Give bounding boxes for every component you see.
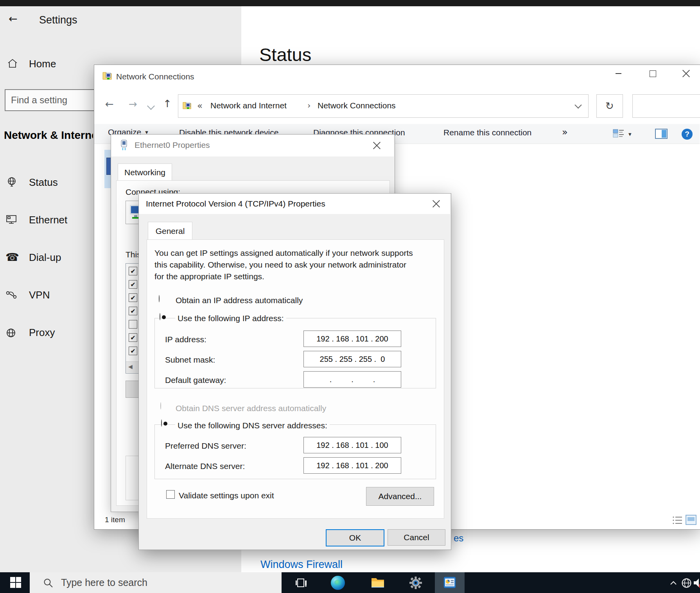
ipv4-intro-line2: this capability. Otherwise, you need to …	[154, 260, 406, 270]
view-options-icon[interactable]	[613, 129, 625, 140]
taskbar-search-icon	[43, 578, 53, 588]
tab-networking[interactable]: Networking	[118, 164, 172, 181]
ipv4-intro-line3: for the appropriate IP settings.	[154, 272, 264, 281]
breadcrumb-network-connections[interactable]: Network Connections	[318, 101, 396, 110]
partial-link-fragment[interactable]: es	[454, 533, 463, 544]
ok-button[interactable]: OK	[326, 529, 384, 546]
obtain-ip-label: Obtain an IP address automatically	[176, 296, 303, 305]
sidebar-item-vpn[interactable]: VPN	[29, 289, 50, 301]
subnet-mask-label: Subnet mask:	[165, 355, 215, 365]
use-dns-label: Use the following DNS server addresses:	[175, 421, 330, 430]
use-ip-label: Use the following IP address:	[175, 314, 286, 323]
top-screen-bar	[0, 0, 700, 6]
alternate-dns-field[interactable]: 192 . 168 . 101 . 200	[303, 457, 401, 474]
item-checkbox[interactable]: ✔	[129, 280, 137, 289]
nav-history-chevron-icon[interactable]	[147, 102, 155, 110]
task-view-icon[interactable]	[295, 577, 307, 590]
desktop: ← Settings Home Find a setting Network &…	[0, 0, 700, 593]
item-checkbox[interactable]: ✔	[129, 267, 137, 275]
file-explorer-icon[interactable]	[371, 577, 385, 591]
tray-volume-muted-icon[interactable]	[693, 577, 700, 591]
breadcrumb-network-and-internet[interactable]: Network and Internet	[210, 101, 287, 110]
subnet-mask-field[interactable]: 255 . 255 . 255 . 0	[303, 351, 401, 367]
tray-chevron-up-icon[interactable]	[669, 580, 677, 587]
item-checkbox[interactable]	[129, 320, 137, 329]
refresh-button[interactable]: ↻	[596, 94, 623, 118]
ipv4-dialog-title: Internet Protocol Version 4 (TCP/IPv4) P…	[146, 199, 325, 208]
use-ip-radio[interactable]	[160, 313, 160, 320]
preview-pane-icon[interactable]	[655, 129, 668, 140]
taskbar-search-placeholder: Type here to search	[61, 577, 147, 588]
address-location-icon	[182, 100, 192, 112]
obtain-ip-radio[interactable]	[159, 295, 160, 302]
validate-settings-label: Validate settings upon exit	[179, 491, 274, 500]
windows-firewall-link[interactable]: Windows Firewall	[260, 559, 343, 571]
rename-connection-command[interactable]: Rename this connection	[443, 128, 531, 137]
sidebar-item-ethernet[interactable]: Ethernet	[29, 214, 67, 226]
settings-section-heading: Network & Internet	[4, 129, 93, 142]
ip-address-label: IP address:	[165, 335, 206, 344]
close-button[interactable]	[674, 65, 699, 82]
window-title: Network Connections	[116, 72, 194, 81]
find-setting-search-input[interactable]: Find a setting	[5, 89, 95, 111]
obtain-dns-radio-disabled	[160, 402, 161, 410]
find-setting-placeholder: Find a setting	[11, 95, 67, 106]
adapter-plug-icon	[120, 139, 128, 151]
active-app-highlight[interactable]	[435, 572, 465, 593]
item-checkbox[interactable]: ✔	[129, 293, 137, 302]
preferred-dns-field[interactable]: 192 . 168 . 101 . 100	[303, 437, 401, 453]
ethernet-icon	[5, 214, 17, 226]
home-icon	[7, 58, 18, 70]
default-gateway-field[interactable]: . . .	[303, 371, 401, 388]
sidebar-item-proxy[interactable]: Proxy	[29, 327, 55, 339]
toolbar-overflow-chevron[interactable]: »	[562, 127, 568, 138]
sidebar-item-status[interactable]: Status	[29, 176, 58, 189]
breadcrumb-root-glyph[interactable]: «	[197, 101, 203, 111]
refresh-icon: ↻	[605, 100, 614, 112]
advanced-button[interactable]: Advanced...	[366, 487, 434, 506]
close-icon	[680, 68, 692, 79]
settings-page-title: Settings	[39, 14, 77, 26]
address-dropdown-chevron-icon[interactable]	[574, 101, 582, 108]
address-bar[interactable]: « Network and Internet › Network Connect…	[178, 94, 589, 118]
preferred-dns-label: Preferred DNS server:	[165, 441, 246, 451]
active-network-app-icon	[443, 577, 456, 588]
eth-dialog-titlebar: Ethernet0 Properties	[111, 135, 394, 156]
maximize-button[interactable]	[640, 65, 665, 82]
default-gateway-label: Default gateway:	[165, 376, 226, 385]
settings-gear-icon[interactable]	[409, 576, 422, 591]
tray-network-globe-icon[interactable]	[681, 578, 692, 590]
ipv4-properties-dialog: Internet Protocol Version 4 (TCP/IPv4) P…	[138, 193, 451, 550]
obtain-dns-label: Obtain DNS server address automatically	[176, 404, 326, 413]
breadcrumb-separator-icon: ›	[307, 101, 311, 110]
thumbnail-view-toggle-icon[interactable]	[686, 515, 696, 527]
settings-back-button[interactable]: ←	[9, 13, 18, 25]
validate-settings-checkbox[interactable]	[166, 490, 175, 499]
proxy-globe-icon	[5, 327, 16, 340]
nav-up-icon[interactable]: ↑	[163, 98, 172, 110]
help-icon[interactable]: ?	[682, 129, 693, 140]
start-button[interactable]	[10, 577, 21, 588]
explorer-search-input[interactable]	[632, 94, 700, 118]
nav-back-icon[interactable]: ←	[105, 98, 114, 110]
view-options-caret-icon[interactable]: ▾	[628, 131, 632, 138]
sidebar-item-dialup[interactable]: Dial-up	[29, 252, 61, 264]
details-view-toggle-icon[interactable]	[672, 516, 682, 527]
settings-status-heading: Status	[259, 44, 311, 65]
tab-general[interactable]: General	[148, 222, 192, 240]
item-checkbox[interactable]: ✔	[129, 333, 137, 342]
item-checkbox[interactable]: ✔	[129, 307, 137, 315]
nav-forward-icon[interactable]: →	[129, 98, 137, 110]
taskbar: Type here to search	[0, 572, 700, 593]
sidebar-item-home[interactable]: Home	[29, 58, 56, 70]
taskbar-search-input[interactable]: Type here to search	[30, 572, 282, 593]
minimize-button[interactable]	[606, 65, 631, 82]
edge-browser-icon[interactable]	[331, 576, 345, 590]
scroll-left-icon[interactable]: ◀	[128, 363, 133, 370]
ipv4-dialog-titlebar: Internet Protocol Version 4 (TCP/IPv4) P…	[139, 194, 450, 214]
ip-address-field[interactable]: 192 . 168 . 101 . 200	[303, 331, 401, 347]
cancel-button[interactable]: Cancel	[388, 529, 445, 546]
use-dns-radio[interactable]	[161, 419, 162, 427]
item-checkbox[interactable]: ✔	[129, 347, 137, 355]
ipv4-intro-line1: You can get IP settings assigned automat…	[154, 248, 413, 258]
